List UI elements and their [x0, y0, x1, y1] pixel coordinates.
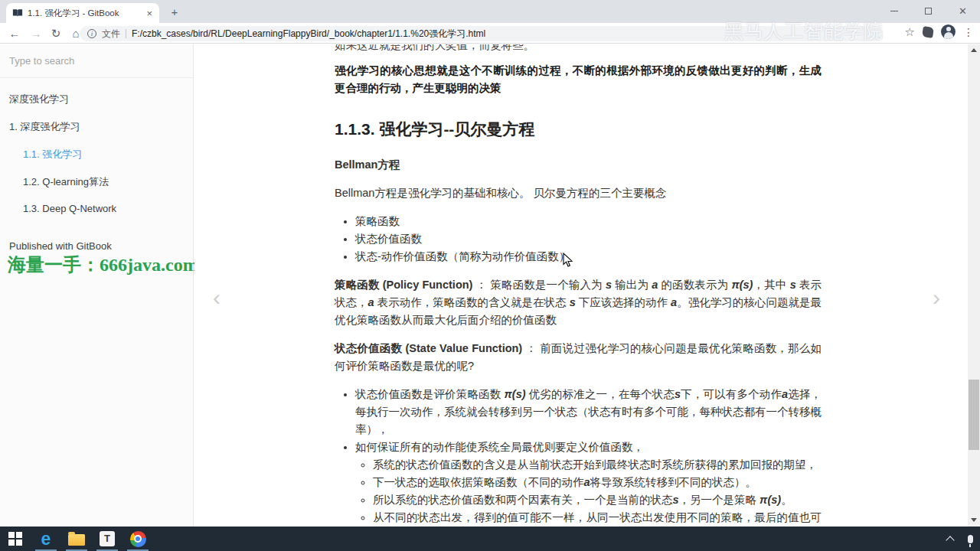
search-box [0, 44, 193, 78]
toolbar-actions: ☆ ⋮ [905, 24, 974, 39]
window-minimize-button[interactable] [877, 0, 911, 21]
close-icon: ✕ [959, 5, 967, 17]
gitbook-sidebar: 深度强化学习 1. 深度强化学习 1.1. 强化学习 1.2. Q-learni… [0, 44, 194, 527]
file-explorer-icon [68, 534, 85, 546]
list-item: 状态价值函数 [355, 230, 822, 248]
tab-title: 1.1. 强化学习 - GitBook [28, 8, 144, 19]
browser-tab-bar: 1.1. 强化学习 - GitBook × + ✕ [0, 0, 980, 23]
concept-list: 策略函数 状态价值函数 状态-动作价值函数（简称为动作价值函数） [335, 213, 822, 266]
taskbar-explorer-button[interactable] [61, 527, 92, 551]
sidebar-item-1-2-qlearning[interactable]: 1.2. Q-learning算法 [0, 168, 193, 196]
table-of-contents: 深度强化学习 1. 深度强化学习 1.1. 强化学习 1.2. Q-learni… [0, 86, 193, 221]
start-button[interactable] [0, 527, 31, 551]
tray-show-hidden-icons-button[interactable] [940, 527, 960, 551]
list-item: 如何保证所有的动作能使系统全局最优则要定义价值函数， 系统的状态价值函数的含义是… [355, 439, 822, 527]
state-value-sublist: 系统的状态价值函数的含义是从当前状态开始到最终状态时系统所获得的累加回报的期望，… [355, 456, 822, 527]
scrollbar-thumb[interactable] [969, 380, 979, 450]
chevron-up-icon [946, 536, 954, 544]
taskbar-typora-button[interactable]: T [92, 527, 122, 551]
tray-mic-button[interactable] [960, 527, 980, 551]
typora-icon: T [100, 531, 115, 546]
scroll-down-arrow-icon[interactable] [968, 514, 980, 525]
list-item: 状态价值函数是评价策略函数 π(s) 优劣的标准之一，在每个状态s下，可以有多个… [355, 386, 822, 439]
edge-icon: e [41, 530, 51, 547]
system-tray [940, 527, 980, 551]
window-maximize-button[interactable] [911, 0, 946, 21]
list-item: 所以系统的状态价值函数和两个因素有关，一个是当前的状态s，另一个是策略 π(s)… [373, 491, 822, 509]
article: 如果这近就是我们的大奖值，而复将些。 强化学习的核心思想就是这个不断训练的过程，… [335, 44, 822, 527]
microphone-icon [968, 535, 973, 543]
previous-page-arrow[interactable]: ‹ [213, 285, 220, 311]
address-bar[interactable]: i 文件 F:/czbk_cases/bird/RL/DeepLearningF… [80, 26, 884, 41]
window-close-button[interactable]: ✕ [946, 0, 980, 21]
window-controls: ✕ [877, 0, 980, 21]
browser-tab[interactable]: 1.1. 强化学习 - GitBook × [6, 3, 159, 23]
page-content: 如果这近就是我们的大奖值，而复将些。 强化学习的核心思想就是这个不断训练的过程，… [194, 44, 968, 527]
list-item: 状态-动作价值函数（简称为动作价值函数） [355, 248, 822, 266]
section-heading: 1.1.3. 强化学习--贝尔曼方程 [335, 118, 822, 141]
taskbar-chrome-button[interactable] [122, 527, 153, 551]
back-button[interactable]: ← [6, 25, 23, 42]
next-page-arrow[interactable]: › [933, 285, 940, 311]
scroll-up-arrow-icon[interactable] [968, 44, 980, 55]
address-url: F:/czbk_cases/bird/RL/DeepLearningFlappy… [132, 28, 485, 41]
sidebar-item-intro[interactable]: 深度强化学习 [0, 86, 193, 113]
browser-menu-icon[interactable]: ⋮ [963, 26, 974, 38]
bellman-intro: Bellman方程是强化学习的基础和核心。 贝尔曼方程的三个主要概念 [335, 184, 822, 202]
gitbook-favicon-icon [12, 8, 23, 18]
tab-close-icon[interactable]: × [144, 8, 155, 19]
video-watermark-sidebar: 海量一手：666java.com [8, 253, 198, 277]
minimize-icon [890, 11, 898, 11]
browser-toolbar: ← → ↻ ⌂ i 文件 F:/czbk_cases/bird/RL/DeepL… [0, 23, 980, 44]
state-value-paragraph: 状态价值函数 (State Value Function) ： 前面说过强化学习… [335, 340, 822, 375]
reload-button[interactable]: ↻ [47, 25, 64, 42]
screen: 1.1. 强化学习 - GitBook × + ✕ ← → ↻ ⌂ i 文件 F… [0, 0, 980, 551]
maximize-icon [925, 8, 932, 15]
vertical-scrollbar[interactable] [968, 44, 980, 527]
clipped-paragraph-top: 如果这近就是我们的大奖值，而复将些。 [335, 44, 822, 54]
profile-avatar[interactable] [941, 24, 956, 39]
page-info-icon[interactable]: i [87, 29, 96, 38]
search-input[interactable] [9, 55, 184, 67]
taskbar-edge-button[interactable]: e [31, 527, 61, 551]
bookmark-star-icon[interactable]: ☆ [905, 25, 915, 39]
new-tab-button[interactable]: + [165, 5, 184, 20]
address-scheme-label: 文件 [102, 28, 120, 41]
policy-function-paragraph: 策略函数 (Policy Function) ： 策略函数是一个输入为 s 输出… [335, 276, 822, 329]
list-item: 从不同的状态出发，得到的值可能不一样，从同一状态出发使用不同的策略，最后的值也可… [373, 509, 822, 527]
sidebar-item-1-3-dqn[interactable]: 1.3. Deep Q-Network [0, 196, 193, 221]
bellman-title: Bellman方程 [335, 156, 822, 174]
intro-bold-paragraph: 强化学习的核心思想就是这个不断训练的过程，不断的根据外部环境的反馈做出更好的判断… [335, 62, 822, 97]
sidebar-item-1-1-rl[interactable]: 1.1. 强化学习 [0, 141, 193, 168]
list-item: 下一状态的选取依据策略函数（不同的动作a将导致系统转移到不同的状态）。 [373, 474, 822, 491]
chrome-icon [130, 531, 146, 547]
windows-taskbar: e T [0, 527, 980, 551]
sidebar-item-chapter1[interactable]: 1. 深度强化学习 [0, 113, 193, 141]
forward-button[interactable]: → [28, 25, 44, 42]
list-item: 系统的状态价值函数的含义是从当前状态开始到最终状态时系统所获得的累加回报的期望， [373, 456, 822, 474]
list-item: 策略函数 [355, 213, 822, 230]
windows-logo-icon [8, 532, 22, 546]
address-separator [126, 29, 126, 38]
state-value-list: 状态价值函数是评价策略函数 π(s) 优劣的标准之一，在每个状态s下，可以有多个… [335, 386, 822, 527]
extension-icon[interactable] [922, 26, 934, 38]
